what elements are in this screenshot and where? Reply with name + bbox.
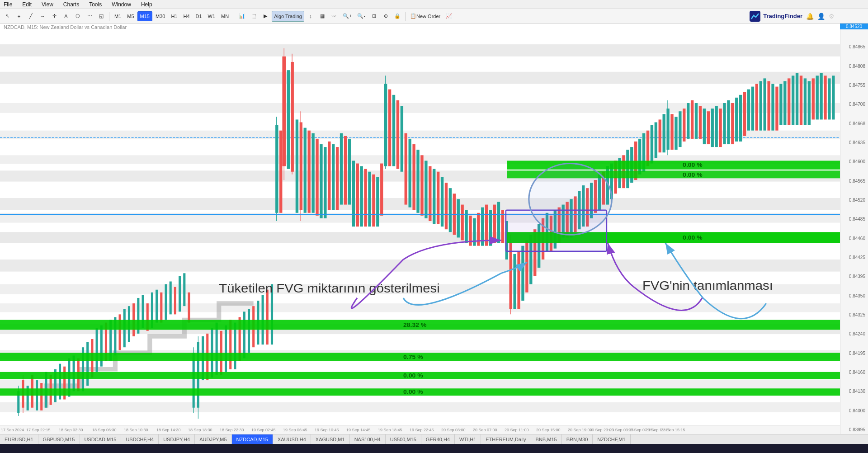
text-tool[interactable]: A bbox=[61, 11, 71, 22]
tab-usdjpy-h4[interactable]: USDJPY,H4 bbox=[159, 434, 195, 444]
account-btn[interactable]: 👤 bbox=[817, 13, 825, 20]
svg-rect-163 bbox=[663, 114, 665, 152]
svg-rect-183 bbox=[739, 95, 742, 142]
tf-m1[interactable]: M1 bbox=[112, 11, 124, 21]
tab-nzdchf-m1[interactable]: NZDCHF,M1 bbox=[593, 434, 630, 444]
tf-mn[interactable]: MN bbox=[218, 11, 231, 21]
svg-rect-103 bbox=[425, 160, 427, 218]
svg-rect-107 bbox=[441, 177, 443, 226]
svg-rect-162 bbox=[659, 119, 661, 152]
tf-h4[interactable]: H4 bbox=[180, 11, 192, 21]
line-tool[interactable]: ╱ bbox=[25, 11, 36, 22]
settings-btn[interactable]: ⚙ bbox=[829, 13, 835, 20]
tf-d1[interactable]: D1 bbox=[193, 11, 205, 21]
measure-tool[interactable]: ◱ bbox=[96, 11, 107, 22]
svg-rect-172 bbox=[695, 103, 698, 139]
svg-rect-91 bbox=[380, 164, 383, 216]
fib-tool[interactable]: ⋯ bbox=[84, 11, 95, 22]
tab-bnb-m15[interactable]: BNB,M15 bbox=[531, 434, 562, 444]
tab-xagusd-m1[interactable]: XAGUSD,M1 bbox=[311, 434, 350, 444]
tab-brn-m30[interactable]: BRN,M30 bbox=[562, 434, 593, 444]
tab-gbpusd-m15[interactable]: GBPUSD,M15 bbox=[38, 434, 80, 444]
indicators-btn[interactable]: ⬚ bbox=[248, 11, 259, 22]
menu-edit[interactable]: Edit bbox=[20, 1, 33, 8]
fvg-label-top1: 0.00 % bbox=[683, 161, 703, 168]
cursor-tool[interactable]: ↖ bbox=[2, 11, 13, 22]
svg-rect-168 bbox=[679, 111, 681, 147]
grid-btn[interactable]: ⊞ bbox=[368, 11, 379, 22]
tab-audjpy-m5[interactable]: AUDJPY,M5 bbox=[195, 434, 231, 444]
fvg-label-top2: 0.00 % bbox=[683, 171, 703, 178]
new-order-label: New Order bbox=[416, 14, 440, 19]
menu-file[interactable]: File bbox=[2, 1, 14, 8]
new-order-btn[interactable]: 📋 New Order bbox=[408, 11, 443, 22]
tab-ethereum-daily[interactable]: ETHEREUM,Daily bbox=[481, 434, 531, 444]
menu-window[interactable]: Window bbox=[110, 1, 133, 8]
current-price-badge: 0.84520 bbox=[840, 24, 868, 29]
add-tool[interactable]: + bbox=[14, 11, 24, 22]
time-8: 19 Sep 02:45 bbox=[251, 428, 276, 432]
menu-tools[interactable]: Tools bbox=[87, 1, 104, 8]
price-12: 0.84425 bbox=[841, 255, 867, 260]
svg-rect-171 bbox=[691, 100, 693, 139]
tab-usdchf-h4[interactable]: USDCHF,H4 bbox=[121, 434, 159, 444]
shapes-tool[interactable]: ⬡ bbox=[72, 11, 83, 22]
fvg-label-b1: 0.00 % bbox=[403, 389, 423, 396]
svg-rect-182 bbox=[735, 98, 738, 142]
tf-m30[interactable]: M30 bbox=[153, 11, 168, 21]
menu-charts[interactable]: Charts bbox=[61, 1, 81, 8]
timeframe-selector: M1 M5 M15 M30 H1 H4 D1 W1 MN bbox=[112, 11, 231, 21]
svg-rect-109 bbox=[449, 188, 452, 232]
band-16 bbox=[0, 402, 840, 412]
menu-help[interactable]: Help bbox=[139, 1, 154, 8]
time-4: 18 Sep 10:30 bbox=[124, 428, 148, 432]
time-5: 18 Sep 14:30 bbox=[156, 428, 181, 432]
algo-trading-btn[interactable]: Algo Trading bbox=[272, 11, 304, 22]
time-11: 19 Sep 14:45 bbox=[346, 428, 371, 432]
time-3: 18 Sep 06:30 bbox=[92, 428, 117, 432]
signals-btn[interactable]: ↕ bbox=[305, 11, 316, 22]
svg-rect-192 bbox=[775, 87, 778, 131]
tab-nzdcad-m15[interactable]: NZDCAD,M15 bbox=[232, 434, 273, 444]
svg-rect-53 bbox=[216, 323, 218, 375]
tf-w1[interactable]: W1 bbox=[205, 11, 218, 21]
svg-rect-194 bbox=[783, 81, 786, 125]
lock-btn[interactable]: 🔒 bbox=[392, 11, 403, 22]
svg-rect-85 bbox=[356, 164, 359, 227]
tab-ger40-h4[interactable]: GER40,H4 bbox=[421, 434, 455, 444]
chart-type-btn[interactable]: 📊 bbox=[236, 11, 247, 22]
svg-rect-88 bbox=[368, 172, 371, 226]
svg-rect-83 bbox=[348, 139, 351, 205]
tab-xauusd-h4[interactable]: XAUUSD,H4 bbox=[273, 434, 311, 444]
tf-m5[interactable]: M5 bbox=[124, 11, 137, 21]
svg-rect-20 bbox=[96, 328, 98, 372]
svg-rect-97 bbox=[401, 106, 403, 172]
zoom-in-btn[interactable]: 🔍+ bbox=[340, 11, 354, 22]
dom-btn[interactable]: ▦ bbox=[317, 11, 328, 22]
tab-wti-h1[interactable]: WTI,H1 bbox=[455, 434, 481, 444]
svg-rect-178 bbox=[719, 109, 722, 147]
annotation-text-1: Tüketilen FVG miktarının gösterilmesi bbox=[219, 281, 439, 295]
tab-eurusd-h1[interactable]: EURUSD,H1 bbox=[0, 434, 38, 444]
strategy-btn[interactable]: 📈 bbox=[443, 11, 454, 22]
replay-btn[interactable]: ▶ bbox=[260, 11, 271, 22]
svg-rect-75 bbox=[316, 139, 318, 216]
tf-h1[interactable]: H1 bbox=[168, 11, 180, 21]
tab-nas100-h4[interactable]: NAS100,H4 bbox=[350, 434, 386, 444]
tf-m15[interactable]: M15 bbox=[137, 11, 152, 21]
zoom-out-btn[interactable]: 🔍- bbox=[355, 11, 368, 22]
menu-view[interactable]: View bbox=[40, 1, 55, 8]
arrow-tool[interactable]: → bbox=[37, 11, 48, 22]
svg-rect-77 bbox=[324, 147, 326, 218]
svg-rect-177 bbox=[715, 106, 717, 147]
price-7: 0.84600 bbox=[841, 159, 867, 164]
magnet-btn[interactable]: ⊕ bbox=[380, 11, 391, 22]
svg-rect-73 bbox=[308, 131, 311, 213]
tab-usdcad-m15[interactable]: USDCAD,M15 bbox=[80, 434, 122, 444]
svg-rect-108 bbox=[445, 183, 448, 229]
tab-us500-m15[interactable]: US500,M15 bbox=[386, 434, 421, 444]
crosshair-tool[interactable]: ✛ bbox=[49, 11, 60, 22]
compare-btn[interactable]: 〰 bbox=[329, 11, 340, 22]
svg-rect-127 bbox=[517, 251, 520, 309]
notifications-btn[interactable]: 🔔 bbox=[806, 13, 814, 20]
